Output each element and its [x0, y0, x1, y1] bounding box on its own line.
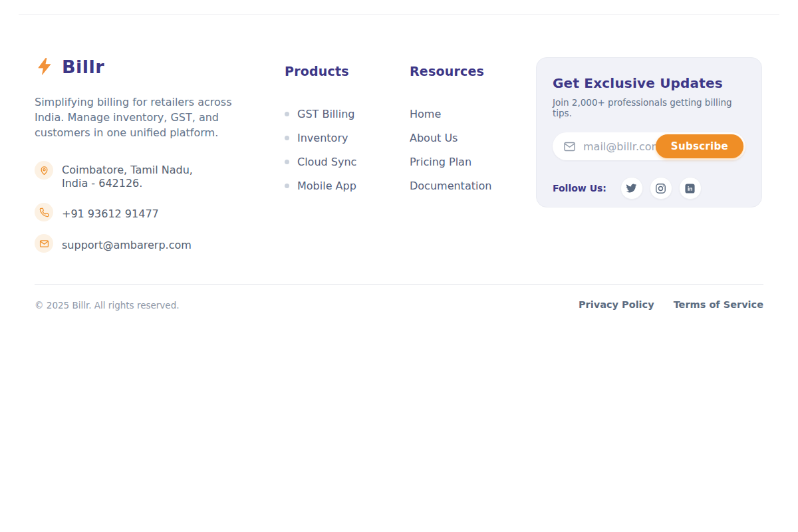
product-link-gst-billing[interactable]: GST Billing [285, 102, 356, 126]
legal-links: Privacy Policy Terms of Service [579, 299, 763, 310]
product-link-inventory[interactable]: Inventory [285, 126, 356, 150]
instagram-icon [655, 183, 666, 194]
privacy-policy-link[interactable]: Privacy Policy [579, 299, 654, 310]
contact-list: Coimbatore, Tamil Nadu, India - 642126. … [35, 161, 261, 253]
terms-of-service-link[interactable]: Terms of Service [674, 299, 763, 310]
mail-icon [563, 140, 576, 153]
resource-link-label[interactable]: Documentation [410, 180, 491, 192]
contact-location-text: Coimbatore, Tamil Nadu, India - 642126. [62, 161, 193, 190]
bullet-icon [285, 136, 289, 140]
lightning-bolt-icon [35, 56, 55, 77]
product-link-label[interactable]: GST Billing [297, 108, 354, 120]
products-heading: Products [285, 64, 356, 78]
resource-link-label[interactable]: About Us [410, 132, 458, 144]
product-link-mobile-app[interactable]: Mobile App [285, 174, 356, 198]
contact-location-line2: India - 642126. [62, 177, 142, 190]
product-link-cloud-sync[interactable]: Cloud Sync [285, 150, 356, 174]
newsletter-title: Get Exclusive Updates [553, 75, 745, 91]
product-link-label[interactable]: Cloud Sync [297, 156, 356, 168]
linkedin-button[interactable] [679, 177, 702, 200]
contact-location: Coimbatore, Tamil Nadu, India - 642126. [35, 161, 261, 190]
twitter-icon [626, 183, 637, 194]
envelope-icon [35, 234, 53, 253]
subscribe-form: Subscribe [553, 132, 745, 160]
newsletter-subtitle: Join 2,000+ professionals getting billin… [553, 97, 745, 118]
subscribe-button[interactable]: Subscribe [656, 134, 743, 158]
follow-us-label: Follow Us: [553, 183, 606, 194]
location-pin-icon [35, 161, 53, 180]
resources-list: Home About Us Pricing Plan Documentation [410, 102, 491, 198]
bullet-icon [285, 184, 289, 188]
newsletter-card: Get Exclusive Updates Join 2,000+ profes… [536, 57, 762, 207]
contact-phone: +91 93612 91477 [35, 203, 261, 221]
linkedin-icon [684, 183, 696, 194]
footer-top-divider [19, 14, 779, 15]
resource-link-home[interactable]: Home [410, 102, 491, 126]
products-column: Products GST Billing Inventory Cloud Syn… [285, 64, 356, 198]
bottom-divider [35, 284, 763, 285]
contact-phone-text[interactable]: +91 93612 91477 [62, 203, 159, 221]
phone-icon [35, 203, 53, 221]
contact-email: support@ambarerp.com [35, 234, 261, 253]
twitter-button[interactable] [620, 177, 643, 200]
resource-link-about-us[interactable]: About Us [410, 126, 491, 150]
product-link-label[interactable]: Mobile App [297, 180, 356, 192]
bullet-icon [285, 160, 289, 164]
social-links [620, 177, 702, 200]
resources-heading: Resources [410, 64, 491, 78]
follow-row: Follow Us: [553, 177, 745, 200]
brand-logo: Billr [35, 56, 261, 77]
instagram-button[interactable] [650, 177, 672, 200]
resources-column: Resources Home About Us Pricing Plan Doc… [410, 64, 491, 198]
products-list: GST Billing Inventory Cloud Sync Mobile … [285, 102, 356, 198]
brand-tagline: Simplifying billing for retailers across… [35, 94, 245, 140]
resource-link-documentation[interactable]: Documentation [410, 174, 491, 198]
resource-link-pricing-plan[interactable]: Pricing Plan [410, 150, 491, 174]
product-link-label[interactable]: Inventory [297, 132, 348, 144]
resource-link-label[interactable]: Pricing Plan [410, 156, 471, 168]
resource-link-label[interactable]: Home [410, 108, 441, 120]
brand-column: Billr Simplifying billing for retailers … [35, 56, 261, 265]
bullet-icon [285, 112, 289, 116]
brand-name: Billr [62, 57, 104, 77]
copyright-text: © 2025 Billr. All rights reserved. [35, 300, 180, 311]
contact-location-line1: Coimbatore, Tamil Nadu, [62, 164, 193, 176]
contact-email-text[interactable]: support@ambarerp.com [62, 234, 192, 252]
